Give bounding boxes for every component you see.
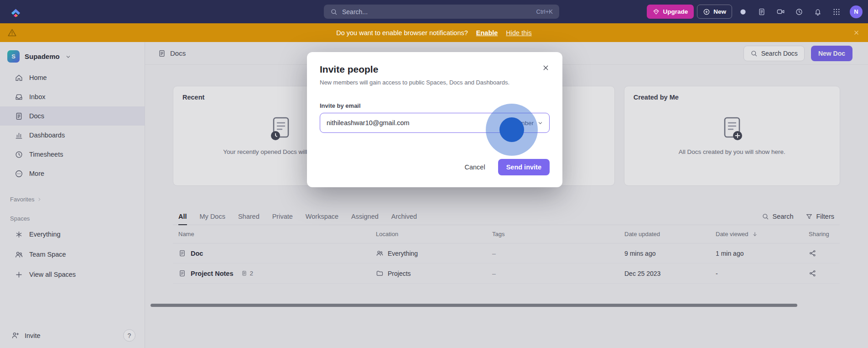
table-header: Name Location Tags Date updated Date vie… [173,225,840,243]
column-date-updated[interactable]: Date updated [624,231,660,237]
banner-close-icon[interactable] [853,29,860,36]
modal-close-icon[interactable] [542,64,550,72]
banner-message: Do you want to enable browser notificati… [336,29,468,37]
invite-button[interactable]: Invite [11,331,41,340]
new-label: New [713,8,726,15]
home-icon [15,74,23,82]
sidebar-item-inbox[interactable]: Inbox [0,87,145,106]
status-button[interactable] [735,5,751,19]
pages-badge: 2 [241,270,253,277]
horizontal-scrollbar[interactable] [151,304,797,307]
space-label: Everything [29,231,61,238]
role-dropdown[interactable]: Member [511,120,544,127]
role-value: Member [511,120,534,127]
topbar: Search... Ctrl+K Upgrade New N [0,0,868,23]
timer-button[interactable] [791,5,807,19]
notifications-button[interactable] [810,5,826,19]
people-icon [15,250,23,259]
tab-shared[interactable]: Shared [238,208,260,225]
sidebar-item-docs[interactable]: Docs [0,106,145,126]
search-icon [330,8,338,16]
upgrade-label: Upgrade [663,8,688,15]
modal-title: Invite people [320,64,550,75]
search-shortcut: Ctrl+K [536,8,553,15]
column-tags[interactable]: Tags [492,231,504,237]
tab-archived[interactable]: Archived [391,208,417,225]
card-created-by-me[interactable]: Created by Me All Docs created by you wi… [624,86,840,186]
new-doc-button[interactable]: New Doc [811,46,852,61]
sidebar-item-view-all-spaces[interactable]: View all Spaces [0,264,145,285]
inbox-icon [15,93,23,101]
table-row[interactable]: Project Notes 2 Projects – Dec 25 2023 - [173,264,840,284]
help-button[interactable]: ? [123,329,135,342]
sidebar-item-label: Inbox [29,93,45,100]
column-name[interactable]: Name [178,231,194,237]
sidebar-item-team-space[interactable]: Team Space [0,244,145,264]
doc-name[interactable]: Doc [191,250,203,257]
breadcrumb[interactable]: Docs [158,49,186,58]
sidebar-item-timesheets[interactable]: Timesheets [0,145,145,164]
tab-my-docs[interactable]: My Docs [200,208,225,225]
plus-circle-icon [703,8,710,16]
spaces-label: Spaces [10,215,30,222]
filters-label: Filters [816,213,834,220]
cancel-button[interactable]: Cancel [457,159,493,175]
sidebar-item-dashboards[interactable]: Dashboards [0,126,145,145]
workspace-avatar: S [7,50,20,63]
share-icon[interactable] [809,249,816,257]
search-icon [750,50,758,57]
folder-icon [376,269,384,277]
filters-button[interactable]: Filters [806,213,834,220]
favorites-section-header[interactable]: Favorites [0,193,145,205]
enable-notifications-link[interactable]: Enable [476,29,498,37]
sidebar-item-everything[interactable]: Everything [0,224,145,244]
search-docs-label: Search Docs [761,50,798,57]
sort-down-icon[interactable] [752,231,758,237]
global-search-input[interactable]: Search... Ctrl+K [324,5,559,19]
notepad-button[interactable] [754,5,769,19]
new-button[interactable]: New [697,5,732,19]
column-location[interactable]: Location [376,231,398,237]
doc-icon [178,249,186,257]
app-logo-icon[interactable] [9,5,22,18]
search-docs-button[interactable]: Search Docs [743,46,805,61]
sidebar-item-label: Timesheets [29,151,63,158]
upgrade-button[interactable]: Upgrade [647,5,694,19]
modal-footer: Cancel Send invite [320,159,550,175]
sidebar-item-home[interactable]: Home [0,68,145,87]
search-placeholder: Search... [342,8,368,16]
tab-workspace[interactable]: Workspace [306,208,338,225]
column-date-viewed[interactable]: Date viewed [716,231,748,237]
workspace-name: Supademo [25,53,60,60]
new-doc-label: New Doc [818,50,845,57]
doc-clock-icon [270,116,292,141]
doc-location[interactable]: Projects [388,270,411,277]
status-icon [739,8,747,16]
tab-assigned[interactable]: Assigned [351,208,379,225]
topbar-actions: Upgrade New N [647,0,863,23]
doc-icon [241,270,247,276]
search-label: Search [773,213,794,220]
table-search-button[interactable]: Search [762,213,794,220]
sidebar-item-more[interactable]: More [0,164,145,183]
invite-email-input[interactable] [327,119,511,127]
chart-icon [15,131,23,140]
send-invite-button[interactable]: Send invite [498,159,550,175]
hide-banner-link[interactable]: Hide this [506,29,531,37]
column-sharing[interactable]: Sharing [809,231,829,237]
search-icon [762,213,769,220]
sidebar-footer: Invite ? [11,329,135,342]
notification-banner: Do you want to enable browser notificati… [0,23,868,42]
doc-name[interactable]: Project Notes [191,270,233,277]
user-avatar[interactable]: N [850,5,863,18]
apps-button[interactable] [829,5,844,19]
tab-all[interactable]: All [178,208,187,225]
apps-grid-icon [832,8,841,16]
record-button[interactable] [773,5,788,19]
date-updated: Dec 25 2023 [624,270,660,277]
table-row[interactable]: Doc Everything – 9 mins ago 1 min ago [173,243,840,264]
share-icon[interactable] [809,269,816,277]
doc-location[interactable]: Everything [388,250,418,257]
tab-private[interactable]: Private [272,208,293,225]
workspace-switcher[interactable]: S Supademo [7,48,139,64]
